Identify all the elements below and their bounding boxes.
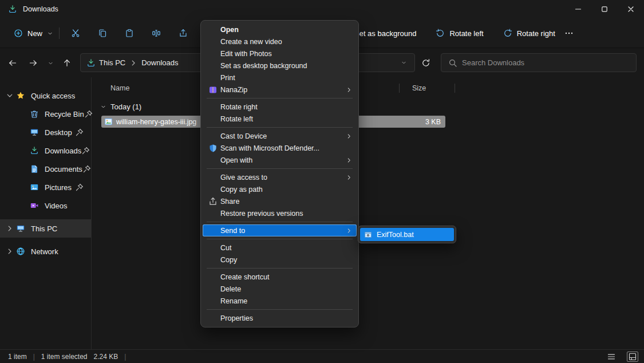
- sidebar-item-recycle-bin[interactable]: Recycle Bin: [0, 105, 91, 123]
- menu-item-restore-previous-versions[interactable]: Restore previous versions: [203, 207, 357, 219]
- copy-button[interactable]: [89, 24, 116, 42]
- cut-icon: [71, 29, 80, 38]
- chevron-down-icon: [401, 60, 407, 66]
- more-options-button[interactable]: [559, 24, 579, 42]
- menu-item-create-a-new-video[interactable]: Create a new video: [203, 35, 357, 48]
- menu-item-copy-as-path[interactable]: Copy as path: [203, 183, 357, 195]
- close-button[interactable]: [618, 0, 644, 18]
- file-size: 3 KB: [425, 118, 441, 126]
- chevron-right-icon: [129, 58, 138, 68]
- menu-item-send-to[interactable]: Send to: [203, 224, 357, 236]
- refresh-button[interactable]: [417, 53, 435, 72]
- new-button-label: New: [27, 29, 42, 38]
- bat-file-icon: [364, 231, 372, 239]
- sidebar-item-label: Documents: [45, 165, 82, 173]
- menu-separator: [207, 309, 353, 310]
- menu-item-copy[interactable]: Copy: [203, 254, 357, 266]
- toolbar-button-label: Rotate left: [449, 29, 483, 38]
- menu-item-open[interactable]: Open: [203, 23, 357, 35]
- menu-item-cut[interactable]: Cut: [203, 242, 357, 254]
- documents-icon: [30, 164, 39, 173]
- breadcrumb-downloads[interactable]: Downloads: [138, 56, 181, 70]
- set-as-background-button[interactable]: Set as background: [354, 24, 422, 42]
- videos-icon: [30, 201, 39, 210]
- chevron-right-icon[interactable]: [3, 247, 16, 256]
- menu-item-cast-to-device[interactable]: Cast to Device: [203, 130, 357, 142]
- forward-button[interactable]: [24, 54, 42, 72]
- recent-locations-button[interactable]: [44, 54, 57, 72]
- chevron-right-icon[interactable]: [3, 224, 16, 233]
- menu-item-open-with[interactable]: Open with: [203, 154, 357, 166]
- sidebar-item-label: Recycle Bin: [45, 110, 84, 119]
- menu-item-share[interactable]: Share: [203, 195, 357, 207]
- downloads-folder-icon: [8, 5, 17, 14]
- status-selection: 1 item selected: [41, 353, 88, 361]
- cut-button[interactable]: [62, 24, 89, 42]
- menu-item-create-shortcut[interactable]: Create shortcut: [203, 271, 357, 283]
- sidebar-item-pictures[interactable]: Pictures: [0, 178, 91, 196]
- new-button[interactable]: New: [8, 24, 59, 42]
- share-button[interactable]: [169, 24, 196, 42]
- submenu-arrow-icon: [345, 226, 353, 235]
- menu-item-give-access-to[interactable]: Give access to: [203, 171, 357, 183]
- up-button[interactable]: [58, 54, 76, 72]
- sidebar-item-quick-access[interactable]: Quick access: [0, 86, 91, 105]
- status-selection-size: 2.24 KB: [94, 353, 118, 361]
- sidebar-item-documents[interactable]: Documents: [0, 160, 91, 178]
- file-list-pane: Name Size Today (1) william-henry-gates-…: [92, 77, 644, 349]
- submenu-item-exiftool-bat[interactable]: ExifTool.bat: [360, 228, 454, 241]
- minimize-icon: [574, 5, 583, 14]
- sidebar-item-desktop[interactable]: Desktop: [0, 123, 91, 141]
- rotate-right-button[interactable]: Rotate right: [497, 24, 561, 42]
- details-view-button[interactable]: [606, 352, 617, 362]
- sidebar-item-label: Videos: [45, 202, 91, 210]
- menu-item-properties[interactable]: Properties: [203, 312, 357, 324]
- group-header-today[interactable]: Today (1): [100, 101, 141, 112]
- menu-separator: [207, 239, 353, 239]
- menu-item-label: Edit with Photos: [220, 50, 345, 58]
- menu-separator: [207, 268, 353, 269]
- back-button[interactable]: [3, 54, 22, 72]
- copy-icon: [98, 29, 107, 38]
- column-header-size[interactable]: Size: [400, 82, 455, 94]
- pin-icon: [81, 146, 90, 155]
- sidebar-item-downloads[interactable]: Downloads: [0, 141, 91, 160]
- thumbnail-view-button[interactable]: [627, 352, 638, 362]
- chevron-down-icon: [47, 30, 53, 37]
- menu-item-delete[interactable]: Delete: [203, 283, 357, 295]
- search-icon: [448, 58, 457, 68]
- menu-item-label: Copy: [220, 256, 345, 264]
- menu-item-label: Rotate right: [220, 103, 345, 111]
- status-item-count: 1 item: [8, 353, 27, 361]
- defender-icon: [206, 144, 220, 153]
- star-icon: [16, 91, 25, 100]
- address-dropdown-button[interactable]: [396, 56, 411, 70]
- toolbar-divider: [59, 27, 60, 39]
- sidebar-item-network[interactable]: Network: [0, 242, 91, 261]
- minimize-button[interactable]: [565, 0, 591, 18]
- menu-item-set-as-desktop-background[interactable]: Set as desktop background: [203, 60, 357, 72]
- up-arrow-icon: [62, 58, 72, 68]
- sidebar-item-this-pc[interactable]: This PC: [0, 219, 91, 238]
- menu-item-rename[interactable]: Rename: [203, 295, 357, 307]
- menu-item-nanazip[interactable]: NanaZip: [203, 84, 357, 96]
- column-separator[interactable]: [455, 84, 455, 93]
- search-input[interactable]: [462, 58, 629, 67]
- chevron-down-icon[interactable]: [3, 91, 16, 100]
- search-box[interactable]: [441, 53, 637, 72]
- maximize-button[interactable]: [591, 0, 618, 18]
- menu-item-print[interactable]: Print: [203, 72, 357, 84]
- menu-item-edit-with-photos[interactable]: Edit with Photos: [203, 48, 357, 60]
- menu-item-rotate-left[interactable]: Rotate left: [203, 113, 357, 125]
- rename-button[interactable]: [143, 24, 169, 42]
- paste-button[interactable]: [116, 24, 143, 42]
- paste-icon: [125, 29, 134, 38]
- menu-item-rotate-right[interactable]: Rotate right: [203, 101, 357, 113]
- downloads-folder-icon: [30, 146, 39, 155]
- breadcrumb-this-pc[interactable]: This PC: [96, 56, 129, 70]
- menu-item-scan-with-microsoft-defender[interactable]: Scan with Microsoft Defender...: [203, 142, 357, 154]
- send-to-submenu: ExifTool.bat: [358, 226, 456, 243]
- image-file-icon: [104, 117, 113, 126]
- sidebar-item-videos[interactable]: Videos: [0, 196, 91, 215]
- rotate-left-button[interactable]: Rotate left: [430, 24, 489, 42]
